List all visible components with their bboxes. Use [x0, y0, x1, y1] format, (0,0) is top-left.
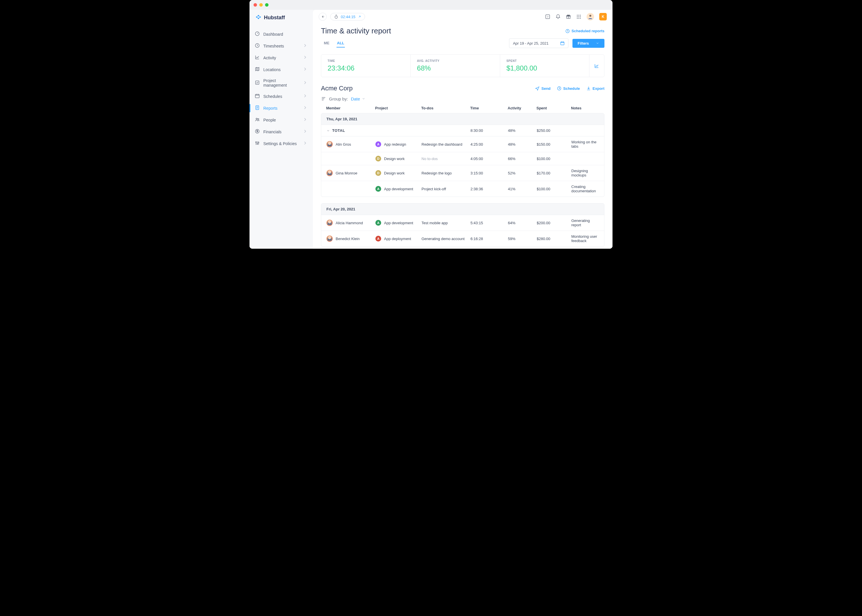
member-avatar — [326, 170, 333, 176]
window-minimize-icon[interactable] — [259, 3, 263, 6]
titlebar — [249, 0, 613, 10]
sidebar-item-label: Reports — [263, 106, 277, 110]
export-button[interactable]: Export — [586, 86, 604, 91]
cell-project: D Design work — [375, 156, 421, 162]
cell-project: A App redesign — [375, 141, 421, 147]
col-spent: Spent — [536, 106, 571, 110]
date-range-picker[interactable]: Apr 19 - Apr 25, 2021 — [509, 38, 569, 48]
scheduled-reports-link[interactable]: Scheduled reports — [565, 29, 604, 33]
filters-label: Filters — [578, 41, 589, 46]
sidebar-item-financials[interactable]: Financials — [249, 126, 313, 138]
groupby-label: Group by: — [329, 96, 348, 101]
svg-rect-2 — [255, 81, 259, 84]
gift-button[interactable] — [566, 14, 571, 19]
clock-icon — [565, 29, 570, 33]
svg-point-24 — [580, 18, 581, 19]
table-row: Alin Gros A App redesign Redesign the da… — [321, 137, 604, 152]
sliders-icon — [255, 140, 260, 146]
window-maximize-icon[interactable] — [265, 3, 268, 6]
svg-point-25 — [589, 15, 591, 17]
svg-point-17 — [578, 15, 579, 16]
svg-point-23 — [578, 18, 579, 19]
cell-todo: Redesign the logo — [421, 171, 470, 175]
svg-point-20 — [578, 16, 579, 17]
send-icon — [535, 86, 540, 91]
sidebar-item-locations[interactable]: Locations — [249, 64, 313, 75]
cell-time: 5:43:15 — [470, 221, 508, 225]
cell-time: 3:15:00 — [470, 171, 508, 175]
sidebar-item-project-management[interactable]: Project management — [249, 75, 313, 90]
summary-chart-button[interactable] — [589, 55, 604, 77]
sidebar-item-people[interactable]: People — [249, 114, 313, 126]
summary-time-label: TIME — [328, 59, 404, 63]
chevron-right-icon — [303, 105, 308, 111]
filters-button[interactable]: Filters — [572, 39, 604, 48]
cell-todo: Project kick-off — [421, 187, 470, 191]
sidebar-item-label: Activity — [263, 55, 276, 60]
cell-time: 4:05:00 — [470, 157, 508, 161]
help-button[interactable]: ? — [545, 14, 550, 19]
org-name: Acme Corp — [321, 85, 353, 92]
window-close-icon[interactable] — [254, 3, 257, 6]
subtabs: ME ALL — [323, 39, 345, 47]
schedule-button[interactable]: Schedule — [557, 86, 580, 91]
dollar-icon — [255, 129, 260, 135]
groupby-value[interactable]: Date — [351, 96, 365, 101]
member-avatar — [326, 220, 333, 226]
arrow-left-icon — [321, 15, 325, 19]
tab-me[interactable]: ME — [323, 39, 330, 47]
tab-all[interactable]: ALL — [337, 39, 345, 47]
user-avatar[interactable] — [586, 13, 594, 20]
sidebar-item-settings-policies[interactable]: Settings & Policies — [249, 138, 313, 149]
download-icon — [586, 86, 591, 91]
cell-todo: Redesign the dashboard — [421, 142, 470, 146]
summary-spent: SPENT $1,800.00 — [500, 55, 589, 77]
cell-time: 6:16:28 — [470, 237, 508, 241]
topbar: 02:44:15 ? K — [313, 10, 613, 24]
clock-icon — [255, 43, 260, 49]
activity-icon — [255, 55, 260, 61]
org-badge[interactable]: K — [599, 13, 607, 20]
calendar-icon — [560, 41, 565, 46]
scheduled-reports-label: Scheduled reports — [572, 29, 604, 33]
member-avatar — [326, 236, 333, 242]
timer-pill[interactable]: 02:44:15 — [330, 13, 365, 20]
svg-rect-3 — [255, 94, 259, 98]
apps-button[interactable] — [576, 14, 581, 19]
day-block: Fri, Apr 20, 2021 Alicia Hammond A App d… — [321, 203, 604, 247]
total-label[interactable]: TOTAL — [326, 128, 375, 133]
chart-icon — [594, 63, 599, 69]
project-badge: D — [375, 170, 381, 176]
cell-spent: $170.00 — [537, 171, 571, 175]
svg-point-9 — [257, 144, 258, 145]
cell-notes: Creating documentation — [571, 184, 599, 193]
cell-spent: $100.00 — [537, 157, 571, 161]
cell-project: A App development — [375, 220, 421, 226]
col-notes: Notes — [571, 106, 599, 110]
sidebar-item-reports[interactable]: Reports — [249, 102, 313, 114]
sidebar-item-label: Schedules — [263, 94, 282, 99]
date-range-value: Apr 19 - Apr 25, 2021 — [513, 41, 548, 46]
notifications-button[interactable] — [555, 14, 561, 19]
sidebar-item-timesheets[interactable]: Timesheets — [249, 40, 313, 52]
dashboard-icon — [255, 31, 260, 37]
sidebar-item-schedules[interactable]: Schedules — [249, 90, 313, 102]
back-button[interactable] — [318, 13, 327, 21]
total-row: TOTAL 8:30:00 48% $250.00 — [321, 125, 604, 137]
sidebar-item-activity[interactable]: Activity — [249, 52, 313, 64]
col-project: Project — [375, 106, 421, 110]
cell-activity: 59% — [508, 237, 537, 241]
sidebar-item-dashboard[interactable]: Dashboard — [249, 28, 313, 40]
project-badge: D — [375, 156, 381, 162]
grid-icon — [576, 14, 581, 19]
project-badge: A — [375, 186, 381, 192]
send-button[interactable]: Send — [535, 86, 550, 91]
page-title: Time & activity report — [321, 27, 391, 35]
brand[interactable]: Hubstaff — [249, 10, 313, 27]
svg-point-22 — [577, 18, 578, 19]
cell-notes: Monitoring user feedback — [571, 234, 599, 243]
calendar-icon — [255, 93, 260, 99]
cell-activity: 64% — [508, 221, 537, 225]
clock-icon — [557, 86, 561, 91]
cell-member: Gina Monroe — [326, 170, 375, 176]
